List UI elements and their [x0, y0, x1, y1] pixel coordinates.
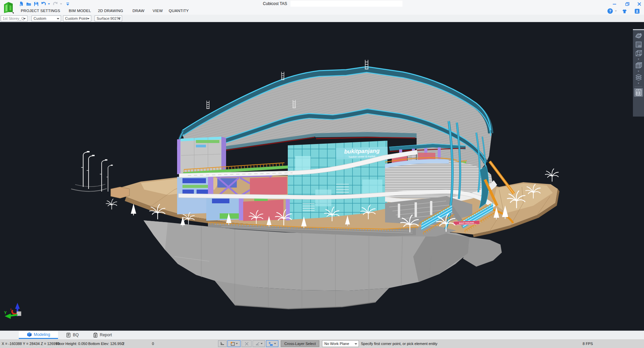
help-icon: ?: [607, 8, 613, 14]
point-mode-select[interactable]: Custom Point: [63, 15, 91, 21]
element-list-button[interactable]: [634, 88, 643, 97]
help-button[interactable]: ?: [607, 8, 613, 14]
2d-view-button[interactable]: 2D: [634, 40, 643, 49]
menu-2d-drawing[interactable]: 2D DRAWING: [98, 9, 123, 13]
cross-layer-select-button[interactable]: Cross-Layer Select: [281, 340, 319, 347]
tools-divider: [635, 86, 642, 87]
sign-title-text: bukitpanjang: [344, 148, 380, 155]
fps-indicator: 8 FPS: [583, 342, 593, 346]
open-file-button[interactable]: [26, 1, 32, 6]
solid-view-dropdown-caret[interactable]: ▾: [638, 70, 639, 73]
download-icon: [635, 9, 640, 14]
angle-icon: [255, 342, 260, 346]
shirt-icon: [622, 9, 627, 14]
storey-select-value: 1st Storey_Q: [3, 16, 24, 20]
theme-skin-button[interactable]: [622, 8, 627, 14]
floor-height-value-field[interactable]: 2: [122, 342, 124, 346]
report-clipboard-icon: [93, 333, 98, 338]
object-snap-button[interactable]: [266, 340, 278, 347]
quick-access-toolbar: [18, 1, 72, 6]
checklist-icon: [635, 88, 643, 96]
tab-modeling[interactable]: Modeling: [19, 331, 58, 339]
building-model: bukitpanjang hawker center & market: [177, 60, 514, 234]
bq-document-icon: [66, 333, 71, 338]
menubar: PROJECT SETTINGS BIM MODEL 2D DRAWING DR…: [0, 7, 644, 15]
wireframe-view-button[interactable]: [634, 49, 643, 58]
tab-modeling-label: Modeling: [34, 332, 50, 337]
menu-project-settings[interactable]: PROJECT SETTINGS: [21, 9, 60, 13]
layers-button[interactable]: [634, 73, 643, 82]
bottom-elev-label: Bottom Elev: 126.950: [88, 342, 123, 346]
tab-bq[interactable]: BQ: [60, 331, 85, 339]
minimize-button[interactable]: [610, 1, 619, 6]
undo-dropdown-caret[interactable]: [48, 3, 50, 5]
titlebar: Cubicost TAS: [0, 0, 644, 7]
ortho-icon: [220, 342, 225, 346]
tab-report[interactable]: Report: [89, 331, 117, 339]
3d-scene-svg[interactable]: bukitpanjang hawker center & market: [0, 22, 644, 331]
view-tools-divider: [633, 29, 644, 30]
object-snap-icon: [268, 342, 273, 346]
3d-viewport[interactable]: bukitpanjang hawker center & market: [0, 22, 644, 331]
layers-icon: [635, 73, 643, 81]
save-button[interactable]: [33, 1, 39, 6]
surface-select[interactable]: Surface:90272: [95, 15, 122, 21]
orbit-view-button[interactable]: [634, 31, 643, 40]
polar-tracking-button[interactable]: [253, 340, 265, 347]
storey-select[interactable]: 1st Storey_Q: [1, 15, 28, 21]
chevron-down-icon: [355, 343, 357, 345]
tab-bq-label: BQ: [73, 333, 78, 337]
menu-bim-model[interactable]: BIM MODEL: [69, 9, 91, 13]
modeling-cube-icon: [27, 332, 32, 337]
solid-cube-icon: [635, 61, 643, 69]
snap-off-button[interactable]: [241, 340, 252, 347]
element-type-select[interactable]: Custom: [32, 15, 61, 21]
chevron-down-icon: [57, 18, 59, 19]
toolbar-options-button[interactable]: [65, 1, 70, 6]
tab-report-label: Report: [100, 333, 112, 337]
point-mode-value: Custom Point: [65, 16, 87, 20]
wireframe-dropdown-caret[interactable]: ▾: [638, 58, 639, 61]
app-logo-icon[interactable]: [3, 1, 14, 14]
work-plane-select[interactable]: No Work Plane: [322, 340, 359, 347]
street-lamps: [71, 151, 113, 192]
new-file-button[interactable]: [18, 1, 24, 6]
chevron-down-icon: [236, 343, 238, 344]
cross-icon: [245, 342, 249, 346]
menu-view[interactable]: VIEW: [153, 9, 163, 13]
svg-text:2D: 2D: [638, 45, 641, 47]
undo-button[interactable]: [41, 1, 46, 6]
download-update-button[interactable]: [635, 8, 640, 14]
wireframe-cube-icon: [635, 49, 643, 57]
view-tools-panel: 2D ▾ ▾ ▾: [633, 30, 644, 117]
menu-quantity[interactable]: QUANTITY: [169, 9, 189, 13]
chevron-down-icon: [261, 343, 263, 344]
command-prompt: Specify first corner point, or pick elem…: [361, 342, 437, 346]
app-window: Cubicost TAS PROJECT SETTINGS BIM MODEL …: [0, 0, 644, 348]
redo-dropdown-caret[interactable]: [60, 3, 62, 5]
solid-view-button[interactable]: [634, 61, 643, 70]
help-dropdown-caret[interactable]: [615, 8, 617, 14]
ribbon-bar: 1st Storey_Q Custom Custom Point Surface…: [0, 15, 644, 22]
close-button[interactable]: [635, 1, 643, 6]
restore-button[interactable]: [623, 1, 631, 6]
snap-settings-button[interactable]: [227, 340, 240, 347]
layers-dropdown-caret[interactable]: ▾: [638, 82, 639, 85]
bottom-tabbar: Modeling BQ Report: [0, 331, 644, 339]
ortho-mode-button[interactable]: [218, 340, 227, 347]
chevron-down-icon: [118, 18, 120, 19]
work-plane-value: No Work Plane: [324, 342, 349, 346]
axis-y-label: Y: [4, 310, 7, 315]
axis-x-label: x: [10, 307, 12, 311]
chevron-down-icon: [23, 18, 26, 19]
chevron-down-icon: [87, 18, 90, 19]
statusbar: X = -160388 Y = 28434 Z = 126950 Floor H…: [0, 339, 644, 348]
chevron-down-icon: [274, 343, 276, 344]
floor-height-label: Floor Height: 0.050: [56, 342, 88, 346]
axis-gizmo: x Y: [4, 303, 21, 319]
bottom-elev-value-field[interactable]: 0: [152, 342, 154, 346]
window-title: Cubicost TAS: [255, 1, 295, 6]
redo-button[interactable]: [53, 1, 58, 6]
menu-draw[interactable]: DRAW: [132, 9, 145, 13]
orbit-icon: [635, 32, 643, 40]
